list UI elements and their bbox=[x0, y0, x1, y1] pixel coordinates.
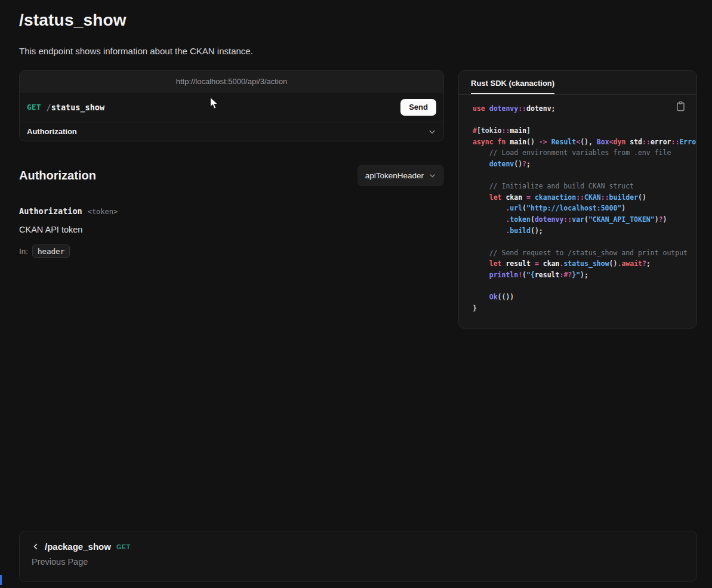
path-name: status_show bbox=[51, 103, 104, 112]
endpoint-path: /status_show bbox=[46, 103, 104, 112]
endpoint-description: This endpoint shows information about th… bbox=[19, 46, 253, 56]
previous-page-caption: Previous Page bbox=[32, 557, 685, 567]
accent-bar bbox=[0, 575, 2, 585]
path-slash: / bbox=[46, 103, 51, 112]
authorization-section-header: Authorization apiTokenHeader bbox=[19, 165, 444, 186]
request-auth-label: Authorization bbox=[27, 127, 77, 136]
auth-scheme-select[interactable]: apiTokenHeader bbox=[357, 165, 444, 186]
base-url: http://localhost:5000/api/3/action bbox=[20, 71, 443, 92]
api-docs-page: /status_show This endpoint shows informa… bbox=[0, 0, 712, 588]
previous-page-link[interactable]: /package_show GET Previous Page bbox=[19, 531, 697, 582]
request-row: GET /status_show Send bbox=[20, 92, 443, 122]
auth-in-label: In: bbox=[19, 247, 28, 256]
copy-button[interactable] bbox=[675, 100, 686, 113]
chevron-down-icon bbox=[428, 128, 436, 136]
auth-in-row: In: header bbox=[19, 245, 70, 258]
auth-param-name: Authorization bbox=[19, 206, 82, 216]
auth-in-badge: header bbox=[32, 245, 70, 258]
http-method-badge: GET bbox=[27, 103, 41, 112]
request-card: http://localhost:5000/api/3/action GET /… bbox=[19, 70, 444, 141]
previous-page-method: GET bbox=[116, 543, 131, 550]
auth-param-row: Authorization <token> bbox=[19, 206, 118, 216]
auth-param-type: <token> bbox=[88, 208, 118, 216]
chevron-down-icon bbox=[429, 172, 436, 180]
tab-rust-sdk[interactable]: Rust SDK (ckanaction) bbox=[471, 79, 554, 94]
previous-page-path: /package_show bbox=[45, 541, 111, 552]
request-auth-expander[interactable]: Authorization bbox=[20, 122, 443, 141]
previous-page-row: /package_show GET bbox=[32, 541, 685, 552]
code-block: use dotenvy::dotenv; #[tokio::main]async… bbox=[473, 103, 696, 314]
auth-scheme-value: apiTokenHeader bbox=[365, 171, 424, 180]
sdk-panel-header: Rust SDK (ckanaction) bbox=[459, 71, 696, 95]
clipboard-icon bbox=[676, 101, 685, 112]
code-body: use dotenvy::dotenv; #[tokio::main]async… bbox=[459, 95, 696, 314]
auth-param-description: CKAN API token bbox=[19, 225, 82, 234]
authorization-heading: Authorization bbox=[19, 169, 96, 182]
sdk-code-panel: Rust SDK (ckanaction) use dotenvy::doten… bbox=[458, 70, 697, 329]
send-button[interactable]: Send bbox=[400, 99, 436, 116]
page-title: /status_show bbox=[19, 11, 127, 30]
chevron-left-icon bbox=[32, 543, 39, 550]
